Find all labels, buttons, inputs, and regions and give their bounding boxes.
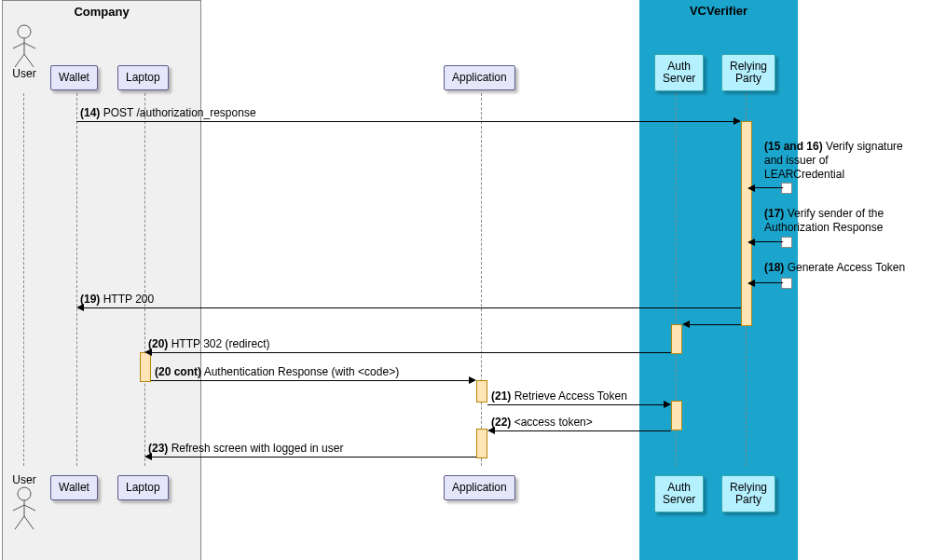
actor-user-label-bottom: User: [4, 473, 45, 486]
selfact-17: [781, 237, 792, 248]
activation-relying: [741, 121, 752, 326]
msg-14: (14) POST /authorization_response: [76, 121, 741, 142]
msg-23-text: Refresh screen with logged in user: [171, 442, 344, 455]
participant-wallet-bottom: Wallet: [50, 475, 98, 500]
participant-laptop-top: Laptop: [117, 65, 169, 90]
participant-wallet-top: Wallet: [50, 65, 98, 90]
selfarrow-17: [755, 241, 783, 242]
group-vcverifier-label: VCVerifier: [639, 0, 798, 18]
lifeline-wallet: [76, 93, 77, 466]
msg-17-num: (17): [764, 207, 784, 220]
activation-authserver-1: [671, 324, 682, 354]
participant-authserver-bottom: Auth Server: [654, 475, 704, 512]
selfact-15: [781, 183, 792, 194]
svg-line-8: [13, 505, 24, 511]
msg-20-text: HTTP 302 (redirect): [171, 337, 270, 350]
msg-23-num: (23): [148, 442, 168, 455]
note-18: (18) Generate Access Token: [764, 261, 946, 275]
msg-19-text: HTTP 200: [103, 293, 154, 306]
selfarrow-15: [755, 187, 783, 188]
participant-relying-bottom: Relying Party: [721, 475, 775, 512]
selfact-18: [781, 278, 792, 289]
lifeline-user: [23, 93, 24, 466]
participant-authserver-top: Auth Server: [654, 54, 704, 91]
activation-authserver-2: [671, 401, 682, 430]
svg-line-10: [15, 516, 24, 529]
svg-line-4: [15, 54, 24, 67]
svg-line-2: [13, 43, 24, 48]
note-17: (17) Verify sender of theAuthorization R…: [764, 207, 946, 235]
lifeline-application: [481, 93, 482, 466]
msg-20cont: (20 cont) Authentication Response (with …: [151, 380, 476, 401]
group-company-label: Company: [3, 1, 200, 19]
svg-point-6: [18, 487, 31, 500]
msg-20c-num: (20 cont): [155, 365, 201, 378]
msg-rp-to-auth: [682, 324, 741, 345]
msg-19: (19) HTTP 200: [76, 307, 741, 328]
participant-relying-top: Relying Party: [721, 54, 775, 91]
msg-18-text: Generate Access Token: [788, 261, 906, 274]
selfarrow-18: [755, 282, 783, 283]
participant-application-bottom: Application: [444, 475, 515, 500]
msg-18-num: (18): [764, 261, 784, 274]
actor-user-label-top: User: [4, 67, 45, 80]
msg-21-text: Retrieve Access Token: [514, 389, 627, 403]
actor-user-bottom: User: [4, 475, 45, 531]
msg-22: (22) <access token>: [487, 430, 671, 451]
actor-user-top: User: [4, 24, 45, 80]
msg-22-text: <access token>: [514, 416, 593, 429]
activation-app-2: [476, 429, 487, 458]
msg-14-num: (14): [80, 106, 100, 119]
sequence-diagram: Company VCVerifier User Wallet Laptop Ap…: [0, 0, 946, 560]
person-icon: [10, 486, 38, 531]
person-icon: [10, 24, 38, 69]
participant-laptop-bottom: Laptop: [117, 475, 169, 500]
msg-22-num: (22): [491, 416, 511, 429]
note-15-16: (15 and 16) Verify signatureand issuer o…: [764, 140, 941, 182]
msg-23: (23) Refresh screen with logged in user: [144, 457, 476, 477]
svg-line-3: [24, 43, 35, 48]
participant-application-top: Application: [444, 65, 515, 90]
activation-app-1: [476, 380, 487, 403]
svg-point-0: [18, 25, 31, 38]
msg-20c-text: Authentication Response (with <code>): [204, 365, 399, 378]
msg-20-num: (20): [148, 337, 168, 350]
msg-19-num: (19): [80, 293, 100, 306]
svg-line-11: [24, 516, 34, 529]
msg-15-num: (15 and 16): [764, 140, 823, 153]
svg-line-5: [24, 54, 34, 67]
lifeline-laptop: [144, 93, 145, 466]
msg-21-num: (21): [491, 389, 511, 403]
msg-14-text: POST /authorization_response: [103, 106, 256, 119]
svg-line-9: [24, 505, 35, 511]
